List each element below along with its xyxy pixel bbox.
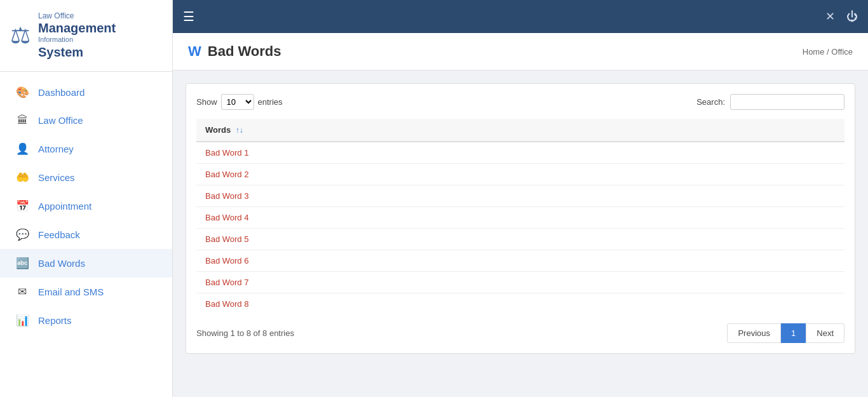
sidebar-item-law-office[interactable]: 🏛Law Office — [0, 107, 172, 135]
logo-icon: ⚖ — [10, 22, 31, 49]
appointment-icon: 📅 — [15, 199, 29, 213]
sidebar-item-label-law-office: Law Office — [38, 115, 83, 126]
showing-text: Showing 1 to 8 of 8 entries — [196, 328, 294, 338]
power-icon[interactable]: ⏻ — [846, 10, 858, 24]
logo-law-text: Law Office — [38, 11, 116, 20]
logo-management-text: Management — [38, 20, 116, 36]
close-icon[interactable]: ✕ — [825, 10, 835, 24]
main-content: ☰ ✕ ⏻ W Bad Words Home / Office Show — [173, 0, 868, 397]
page-1-button[interactable]: 1 — [781, 323, 806, 343]
sort-icon[interactable]: ↑↓ — [236, 126, 243, 135]
page-header: W Bad Words Home / Office — [173, 33, 868, 71]
logo-text: Law Office Management Information System — [38, 11, 116, 60]
breadcrumb-sep: / — [824, 47, 831, 57]
sidebar-item-label-email-sms: Email and SMS — [38, 286, 104, 297]
search-input[interactable] — [730, 94, 844, 110]
page-title: Bad Words — [208, 43, 281, 60]
search-wrap: Search: — [696, 94, 844, 110]
table-row: Bad Word 2 — [196, 164, 844, 185]
topbar-left: ☰ — [183, 9, 194, 24]
sidebar-item-label-bad-words: Bad Words — [38, 258, 85, 269]
sidebar-nav: 🎨Dashboard🏛Law Office👤Attorney🤲Services📅… — [0, 72, 172, 341]
sidebar-item-label-feedback: Feedback — [38, 229, 80, 240]
sidebar-item-email-sms[interactable]: ✉Email and SMS — [0, 278, 172, 306]
breadcrumb: Home / Office — [803, 47, 853, 57]
table-body: Bad Word 1Bad Word 2Bad Word 3Bad Word 4… — [196, 142, 844, 314]
table-controls: Show 102550100 entries Search: — [196, 94, 844, 110]
page-title-icon: W — [188, 43, 201, 60]
sidebar-logo: ⚖ Law Office Management Information Syst… — [0, 0, 172, 72]
pagination: Previous 1 Next — [727, 323, 844, 343]
table-row: Bad Word 8 — [196, 293, 844, 315]
word-cell: Bad Word 1 — [196, 142, 844, 164]
table-footer: Showing 1 to 8 of 8 entries Previous 1 N… — [196, 323, 844, 343]
breadcrumb-home[interactable]: Home — [803, 47, 825, 57]
attorney-icon: 👤 — [15, 142, 29, 156]
sidebar-item-label-reports: Reports — [38, 315, 72, 326]
show-label: Show — [196, 97, 217, 107]
search-label: Search: — [696, 97, 725, 107]
sidebar-item-label-dashboard: Dashboard — [38, 87, 85, 98]
show-entries: Show 102550100 entries — [196, 94, 283, 110]
table-card: Show 102550100 entries Search: Words — [186, 83, 855, 354]
topbar: ☰ ✕ ⏻ — [173, 0, 868, 33]
services-icon: 🤲 — [15, 171, 29, 184]
table-header-row: Words ↑↓ — [196, 119, 844, 142]
bad-words-table: Words ↑↓ Bad Word 1Bad Word 2Bad Word 3B… — [196, 119, 844, 314]
sidebar-item-label-services: Services — [38, 172, 75, 183]
page-title-wrap: W Bad Words — [188, 43, 281, 60]
sidebar-item-label-appointment: Appointment — [38, 201, 92, 212]
table-row: Bad Word 1 — [196, 142, 844, 164]
menu-toggle-button[interactable]: ☰ — [183, 9, 194, 24]
sidebar-item-services[interactable]: 🤲Services — [0, 163, 172, 192]
word-cell: Bad Word 2 — [196, 164, 844, 185]
logo-system-text: System — [38, 44, 116, 60]
next-button[interactable]: Next — [806, 323, 844, 343]
word-cell: Bad Word 8 — [196, 293, 844, 315]
word-cell: Bad Word 5 — [196, 229, 844, 250]
bad-words-icon: 🔤 — [15, 257, 29, 270]
previous-button[interactable]: Previous — [727, 323, 781, 343]
entries-label: entries — [258, 97, 283, 107]
sidebar-item-reports[interactable]: 📊Reports — [0, 306, 172, 335]
column-words: Words ↑↓ — [196, 119, 844, 142]
word-cell: Bad Word 6 — [196, 250, 844, 272]
table-row: Bad Word 6 — [196, 250, 844, 272]
sidebar-item-label-attorney: Attorney — [38, 144, 74, 154]
email-sms-icon: ✉ — [15, 285, 29, 299]
table-row: Bad Word 4 — [196, 207, 844, 229]
law-office-icon: 🏛 — [15, 114, 29, 127]
sidebar-item-appointment[interactable]: 📅Appointment — [0, 192, 172, 220]
feedback-icon: 💬 — [15, 228, 29, 241]
word-cell: Bad Word 4 — [196, 207, 844, 229]
table-row: Bad Word 3 — [196, 185, 844, 207]
sidebar-item-bad-words[interactable]: 🔤Bad Words — [0, 249, 172, 278]
word-cell: Bad Word 7 — [196, 272, 844, 293]
entries-select[interactable]: 102550100 — [221, 94, 254, 110]
logo-information-text: Information — [38, 36, 116, 44]
dashboard-icon: 🎨 — [15, 86, 29, 99]
reports-icon: 📊 — [15, 314, 29, 327]
sidebar-item-attorney[interactable]: 👤Attorney — [0, 135, 172, 163]
sidebar-item-dashboard[interactable]: 🎨Dashboard — [0, 78, 172, 107]
table-row: Bad Word 5 — [196, 229, 844, 250]
topbar-right: ✕ ⏻ — [825, 10, 858, 24]
sidebar-item-feedback[interactable]: 💬Feedback — [0, 220, 172, 249]
sidebar: ⚖ Law Office Management Information Syst… — [0, 0, 173, 397]
content-area: W Bad Words Home / Office Show 102550100… — [173, 33, 868, 397]
breadcrumb-current[interactable]: Office — [831, 47, 853, 57]
word-cell: Bad Word 3 — [196, 185, 844, 207]
table-row: Bad Word 7 — [196, 272, 844, 293]
